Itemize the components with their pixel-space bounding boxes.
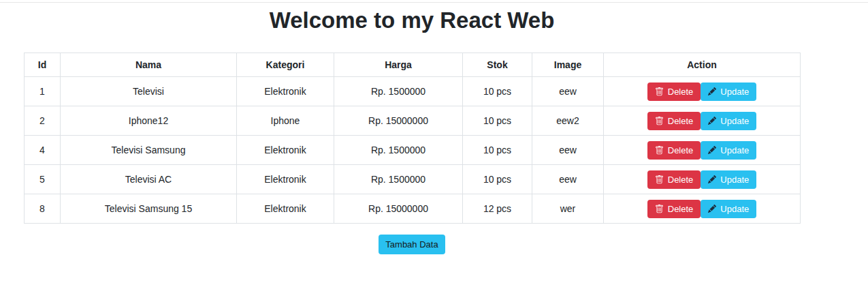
delete-button[interactable]: Delete [647, 112, 701, 130]
cell-action: Delete Update [604, 136, 801, 165]
cell-kategori: Elektronik [237, 77, 334, 106]
action-button-group: Delete Update [647, 82, 757, 101]
delete-button[interactable]: Delete [647, 82, 701, 101]
cell-id: 1 [25, 77, 61, 106]
pencil-icon [708, 117, 716, 125]
cell-harga: Rp. 1500000 [334, 165, 463, 194]
header-kategori: Kategori [237, 53, 334, 77]
action-button-group: Delete Update [647, 170, 757, 189]
trash-icon [655, 146, 664, 155]
trash-icon [655, 117, 664, 125]
update-button[interactable]: Update [701, 82, 756, 101]
cell-harga: Rp. 1500000 [334, 77, 463, 106]
tambah-data-button[interactable]: Tambah Data [379, 235, 445, 254]
cell-kategori: Elektronik [237, 165, 334, 194]
action-button-group: Delete Update [647, 141, 757, 160]
update-button[interactable]: Update [701, 200, 756, 218]
trash-icon [655, 175, 664, 184]
cell-stok: 12 pcs [463, 194, 532, 224]
cell-image: eew [532, 165, 604, 194]
pencil-icon [708, 146, 716, 154]
header-stok: Stok [463, 53, 532, 77]
delete-button[interactable]: Delete [647, 170, 701, 189]
top-divider [0, 2, 868, 3]
cell-stok: 10 pcs [463, 77, 532, 106]
delete-button-label: Delete [668, 205, 694, 213]
table-row: 4 Televisi Samsung Elektronik Rp. 150000… [25, 136, 801, 165]
delete-button[interactable]: Delete [647, 141, 701, 160]
header-nama: Nama [61, 53, 237, 77]
table-row: 8 Televisi Samsung 15 Elektronik Rp. 150… [25, 194, 801, 224]
delete-button-label: Delete [668, 117, 694, 125]
cell-id: 5 [25, 165, 61, 194]
cell-nama: Televisi AC [61, 165, 237, 194]
header-image: Image [532, 53, 604, 77]
trash-icon [655, 205, 664, 213]
cell-id: 2 [25, 106, 61, 136]
tambah-data-wrap: Tambah Data [24, 235, 800, 254]
cell-action: Delete Update [604, 77, 801, 106]
update-button[interactable]: Update [701, 170, 756, 189]
cell-image: eew [532, 77, 604, 106]
cell-stok: 10 pcs [463, 165, 532, 194]
pencil-icon [708, 87, 716, 95]
pencil-icon [708, 205, 716, 213]
cell-nama: Televisi Samsung 15 [61, 194, 237, 224]
header-action: Action [604, 53, 801, 77]
products-table: Id Nama Kategori Harga Stok Image Action… [24, 52, 801, 224]
table-row: 1 Televisi Elektronik Rp. 1500000 10 pcs… [25, 77, 801, 106]
cell-harga: Rp. 15000000 [334, 194, 463, 224]
table-row: 5 Televisi AC Elektronik Rp. 1500000 10 … [25, 165, 801, 194]
delete-button-label: Delete [668, 175, 694, 184]
cell-image: eew [532, 136, 604, 165]
update-button-label: Update [720, 117, 749, 125]
table-header-row: Id Nama Kategori Harga Stok Image Action [25, 53, 801, 77]
cell-action: Delete Update [604, 194, 801, 224]
cell-kategori: Iphone [237, 106, 334, 136]
trash-icon [655, 87, 664, 96]
update-button-label: Update [720, 175, 749, 184]
delete-button-label: Delete [668, 87, 694, 96]
update-button-label: Update [720, 205, 749, 213]
cell-kategori: Elektronik [237, 194, 334, 224]
cell-id: 4 [25, 136, 61, 165]
cell-nama: Iphone12 [61, 106, 237, 136]
cell-harga: Rp. 15000000 [334, 106, 463, 136]
cell-action: Delete Update [604, 106, 801, 136]
pencil-icon [708, 175, 716, 183]
update-button-label: Update [720, 87, 749, 96]
update-button[interactable]: Update [701, 112, 756, 130]
cell-nama: Televisi [61, 77, 237, 106]
main-container: Welcome to my React Web Id Nama Kategori… [24, 7, 800, 254]
update-button-label: Update [720, 146, 749, 155]
action-button-group: Delete Update [647, 112, 757, 130]
update-button[interactable]: Update [701, 141, 756, 160]
table-row: 2 Iphone12 Iphone Rp. 15000000 10 pcs ee… [25, 106, 801, 136]
cell-action: Delete Update [604, 165, 801, 194]
cell-image: wer [532, 194, 604, 224]
delete-button-label: Delete [668, 146, 694, 155]
cell-id: 8 [25, 194, 61, 224]
cell-kategori: Elektronik [237, 136, 334, 165]
cell-harga: Rp. 1500000 [334, 136, 463, 165]
page-title: Welcome to my React Web [24, 7, 800, 33]
header-id: Id [25, 53, 61, 77]
cell-stok: 10 pcs [463, 136, 532, 165]
delete-button[interactable]: Delete [647, 200, 701, 218]
cell-image: eew2 [532, 106, 604, 136]
cell-nama: Televisi Samsung [61, 136, 237, 165]
cell-stok: 10 pcs [463, 106, 532, 136]
header-harga: Harga [334, 53, 463, 77]
action-button-group: Delete Update [647, 200, 757, 218]
